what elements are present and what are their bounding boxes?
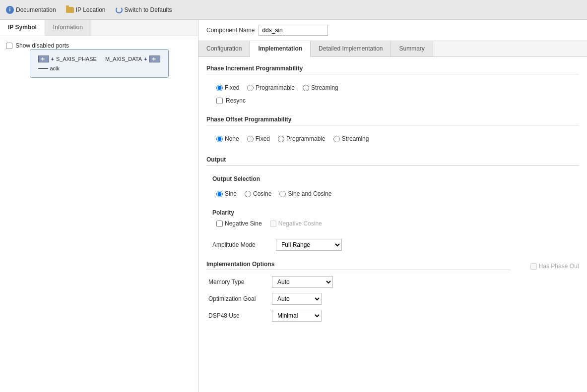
component-name-label: Component Name: [206, 27, 255, 34]
m-axis-plus: +: [144, 56, 147, 62]
out-cosine-option[interactable]: Cosine: [245, 190, 271, 197]
has-phase-out-option[interactable]: Has Phase Out: [530, 261, 579, 270]
pi-fixed-option[interactable]: Fixed: [216, 84, 239, 91]
implementation-options-section: Implementation Options Memory Type Auto …: [206, 261, 579, 327]
show-disabled-label: Show disabled ports: [15, 42, 69, 49]
right-panel: Component Name Configuration Implementat…: [198, 20, 587, 392]
show-disabled-checkbox[interactable]: [6, 43, 12, 49]
implementation-options-title: Implementation Options: [206, 261, 511, 270]
port-left: + S_AXIS_PHASE: [38, 56, 97, 62]
component-name-row: Component Name: [198, 20, 587, 41]
out-sine-cosine-radio[interactable]: [279, 191, 286, 197]
amplitude-mode-label: Amplitude Mode: [212, 241, 272, 248]
po-streaming-option[interactable]: Streaming: [333, 135, 369, 142]
negative-cosine-checkbox[interactable]: [270, 221, 276, 227]
output-selection-subtitle: Output Selection: [212, 175, 573, 182]
polarity-group: Polarity Negative Sine Negative Cosine: [206, 205, 579, 231]
documentation-label: Documentation: [16, 6, 56, 13]
tab-information[interactable]: Information: [45, 20, 91, 36]
output-section: Output Output Selection Sine Cosine: [206, 156, 579, 251]
left-panel: IP Symbol Information Show disabled port…: [0, 20, 198, 392]
tab-configuration[interactable]: Configuration: [198, 41, 250, 56]
out-cosine-radio[interactable]: [245, 191, 251, 197]
impl-options-row: Implementation Options Memory Type Auto …: [206, 261, 579, 327]
m-axis-connector: [149, 56, 160, 62]
ip-location-link[interactable]: IP Location: [66, 6, 106, 13]
impl-options-left: Implementation Options Memory Type Auto …: [206, 261, 511, 327]
tab-implementation[interactable]: Implementation: [250, 41, 311, 57]
optimization-goal-select[interactable]: Auto Area Speed: [272, 293, 322, 305]
tab-detailed-implementation[interactable]: Detailed Implementation: [311, 41, 391, 56]
aclk-line: [38, 68, 48, 69]
po-none-option[interactable]: None: [216, 135, 239, 142]
phase-increment-title: Phase Increment Programmability: [206, 65, 579, 74]
dsp48-label: DSP48 Use: [208, 312, 268, 319]
po-streaming-radio[interactable]: [333, 136, 340, 142]
resync-row: Resync: [206, 95, 579, 106]
pi-programmable-option[interactable]: Programmable: [247, 84, 295, 91]
left-tabs: IP Symbol Information: [0, 20, 198, 36]
po-programmable-radio[interactable]: [278, 136, 284, 142]
tab-ip-symbol[interactable]: IP Symbol: [0, 20, 45, 36]
s-axis-plus: +: [51, 56, 54, 62]
po-fixed-radio[interactable]: [247, 136, 254, 142]
info-icon: i: [6, 6, 14, 14]
dsp48-row: DSP48 Use Minimal Maximal: [206, 310, 511, 322]
show-disabled-row: Show disabled ports: [6, 42, 192, 49]
po-none-radio[interactable]: [216, 136, 223, 142]
left-content: Show disabled ports + S_AXIS_PHASE: [0, 36, 198, 392]
phase-offset-title: Phase Offset Programmability: [206, 116, 579, 125]
main-layout: IP Symbol Information Show disabled port…: [0, 20, 587, 392]
s-axis-label: S_AXIS_PHASE: [56, 56, 97, 62]
phase-offset-radio-group: None Fixed Programmable Streaming: [206, 131, 579, 146]
dsp48-select[interactable]: Minimal Maximal: [272, 310, 322, 322]
diagram-area: + S_AXIS_PHASE M_AXIS_DATA +: [6, 49, 192, 78]
resync-label: Resync: [226, 97, 246, 104]
m-axis-label: M_AXIS_DATA: [105, 56, 142, 62]
pi-fixed-radio[interactable]: [216, 85, 223, 91]
config-tabs: Configuration Implementation Detailed Im…: [198, 41, 587, 57]
resync-checkbox[interactable]: [216, 98, 223, 104]
pi-programmable-radio[interactable]: [247, 85, 254, 91]
impl-options-right: Has Phase Out: [530, 261, 579, 270]
has-phase-out-checkbox[interactable]: [530, 263, 537, 270]
polarity-subtitle: Polarity: [212, 209, 573, 216]
po-fixed-option[interactable]: Fixed: [247, 135, 270, 142]
aclk-label: aclk: [50, 65, 60, 71]
phase-increment-radio-group: Fixed Programmable Streaming: [206, 80, 579, 95]
documentation-link[interactable]: i Documentation: [6, 6, 56, 14]
component-name-input[interactable]: [259, 25, 328, 36]
out-sine-radio[interactable]: [216, 191, 223, 197]
memory-type-row: Memory Type Auto Block ROM Distributed R…: [206, 276, 511, 288]
s-axis-port: + S_AXIS_PHASE: [38, 56, 97, 62]
output-title: Output: [206, 156, 579, 166]
negative-sine-checkbox[interactable]: [216, 221, 223, 227]
has-phase-out-label: Has Phase Out: [539, 263, 579, 270]
tab-summary[interactable]: Summary: [391, 41, 433, 56]
optimization-goal-row: Optimization Goal Auto Area Speed: [206, 293, 511, 305]
phase-offset-section: Phase Offset Programmability None Fixed …: [206, 116, 579, 146]
optimization-goal-label: Optimization Goal: [208, 295, 268, 302]
toolbar: i Documentation IP Location Switch to De…: [0, 0, 587, 20]
amplitude-mode-select[interactable]: Full Range Unit Circle Scaled Full Range: [276, 239, 342, 251]
memory-type-select[interactable]: Auto Block ROM Distributed ROM: [272, 276, 333, 288]
port-right: M_AXIS_DATA +: [105, 56, 160, 62]
pi-streaming-radio[interactable]: [303, 85, 309, 91]
output-selection-group: Output Selection Sine Cosine Sine and: [206, 171, 579, 205]
out-sine-option[interactable]: Sine: [216, 190, 237, 197]
ip-location-label: IP Location: [76, 6, 106, 13]
negative-sine-option[interactable]: Negative Sine: [216, 220, 262, 227]
implementation-tab-content: Phase Increment Programmability Fixed Pr…: [198, 57, 587, 344]
memory-type-label: Memory Type: [208, 279, 268, 285]
switch-defaults-link[interactable]: Switch to Defaults: [116, 6, 172, 13]
output-selection-radio-group: Sine Cosine Sine and Cosine: [212, 186, 573, 201]
pi-streaming-option[interactable]: Streaming: [303, 84, 338, 91]
component-ports: + S_AXIS_PHASE M_AXIS_DATA +: [38, 56, 160, 62]
negative-cosine-option[interactable]: Negative Cosine: [270, 220, 322, 227]
component-diagram: + S_AXIS_PHASE M_AXIS_DATA +: [30, 49, 169, 78]
aclk-row: aclk: [38, 65, 160, 71]
out-sine-cosine-option[interactable]: Sine and Cosine: [279, 190, 331, 197]
po-programmable-option[interactable]: Programmable: [278, 135, 326, 142]
folder-icon: [66, 7, 74, 13]
refresh-icon: [116, 6, 123, 13]
